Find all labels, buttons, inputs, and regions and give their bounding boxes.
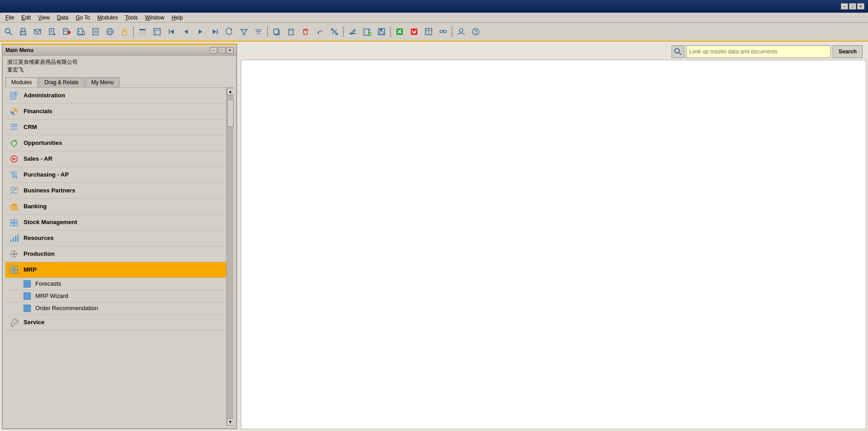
sidebar-item-purchasing-ap[interactable]: Purchasing - AP [5,167,226,183]
search-icon-button[interactable] [672,45,684,58]
excel-button[interactable] [393,25,406,38]
minimize-button[interactable]: ─ [841,3,848,10]
purchasing-ap-icon [9,170,19,180]
list-view-button[interactable] [136,25,149,38]
delete-button[interactable] [299,25,312,38]
sidebar-item-order-recommendation[interactable]: Order Recommendation [5,302,226,315]
menu-view[interactable]: View [34,14,53,22]
menu-data[interactable]: Data [53,14,72,22]
svg-rect-103 [11,223,14,226]
panel-controls: ─ □ ✕ [210,47,234,53]
sidebar-item-banking[interactable]: Banking [5,199,226,215]
service-icon [9,317,19,327]
main-menu-panel: Main Menu ─ □ ✕ 浙江英奈维家居用品有限公司 童宏飞 Module… [2,43,237,429]
copy-button[interactable] [270,25,283,38]
svg-rect-25 [139,31,146,33]
svg-marker-35 [213,29,216,34]
tab-modules[interactable]: Modules [5,77,38,87]
crm-label: CRM [24,124,37,130]
sidebar-item-business-partners[interactable]: Business Partners [5,183,226,199]
svg-rect-62 [379,32,384,34]
menu-goto[interactable]: Go To [72,14,94,22]
tab-my-menu[interactable]: My Menu [86,77,119,87]
panel-close-button[interactable]: ✕ [226,47,234,53]
form-view-button[interactable] [150,25,164,38]
sidebar-item-administration[interactable]: Administration [5,88,226,104]
refresh-button[interactable] [223,25,236,38]
document-button[interactable] [89,25,102,38]
svg-rect-83 [11,97,14,98]
edit-button[interactable] [346,25,359,38]
panel-title-bar: Main Menu ─ □ ✕ [3,45,236,56]
svg-rect-27 [154,29,160,35]
sales-ar-label: Sales - AR [24,155,52,162]
panel-maximize-button[interactable]: □ [218,47,225,53]
zoom-button[interactable] [2,25,15,38]
menu-help[interactable]: Help [168,14,186,22]
sidebar-item-resources[interactable]: Resources [5,230,226,246]
save-button[interactable] [375,25,388,38]
table-button[interactable] [422,25,435,38]
svg-rect-24 [139,29,146,30]
globe-button[interactable] [103,25,117,38]
help-toolbar-button[interactable]: ? [469,25,482,38]
advanced-filter-button[interactable] [252,25,265,38]
print2-button[interactable] [60,25,73,38]
svg-point-111 [14,250,15,252]
scroll-up-button[interactable]: ▲ [227,88,234,95]
word-button[interactable] [407,25,421,38]
export-button[interactable] [74,25,88,38]
link-button[interactable] [436,25,450,38]
new-button[interactable] [360,25,374,38]
svg-rect-118 [14,270,18,273]
separator-3 [343,26,344,37]
menu-tools[interactable]: Tools [121,14,141,22]
sidebar-item-sales-ar[interactable]: Sales - AR [5,151,226,167]
lock-button[interactable] [118,25,131,38]
sidebar-item-mrp-wizard[interactable]: MRP Wizard [5,290,226,302]
sidebar-item-financials[interactable]: Financials [5,104,226,120]
menu-window[interactable]: Window [141,14,168,22]
scrollbar-thumb[interactable] [227,100,234,127]
sidebar-item-mrp[interactable]: MRP [5,262,226,278]
last-button[interactable] [208,25,222,38]
sidebar-item-forecasts[interactable]: Forecasts [5,278,226,290]
cut-button[interactable] [328,25,341,38]
svg-rect-3 [21,29,25,31]
scroll-down-button[interactable]: ▼ [227,418,234,426]
scrollbar[interactable]: ▲ ▼ [226,88,234,426]
search-input[interactable] [686,45,831,58]
stock-management-icon [9,217,19,227]
panel-minimize-button[interactable]: ─ [210,47,217,53]
sidebar-item-opportunities[interactable]: Opportunities [5,135,226,151]
order-recommendation-icon [24,305,31,312]
next-button[interactable] [194,25,207,38]
scrollbar-track[interactable] [227,95,234,418]
undo-button[interactable] [313,25,327,38]
sidebar-item-service[interactable]: Service [5,315,226,330]
menu-file[interactable]: File [2,14,18,22]
menu-list-container: Administration Financials CRM [5,87,234,426]
svg-rect-107 [15,236,16,242]
sidebar-item-stock-management[interactable]: Stock Management [5,215,226,230]
email-button[interactable] [31,25,44,38]
sidebar-item-crm[interactable]: CRM [5,120,226,135]
preview-button[interactable] [45,25,59,38]
filter-button[interactable] [237,25,251,38]
svg-marker-37 [241,29,247,34]
sidebar-item-production[interactable]: Production [5,246,226,262]
menu-modules[interactable]: Modules [94,14,121,22]
close-button[interactable]: ✕ [857,3,864,10]
maximize-button[interactable]: □ [849,3,856,10]
tab-drag-relate[interactable]: Drag & Relate [38,77,84,87]
first-button[interactable] [165,25,178,38]
menu-edit[interactable]: Edit [18,14,34,22]
prev-button[interactable] [179,25,193,38]
paste-button[interactable] [284,25,298,38]
print-button[interactable] [16,25,30,38]
svg-line-1 [10,33,12,35]
user-button[interactable] [454,25,468,38]
company-name: 浙江英奈维家居用品有限公司 [7,58,232,66]
search-button[interactable]: Search [833,45,863,58]
svg-marker-31 [170,29,174,34]
